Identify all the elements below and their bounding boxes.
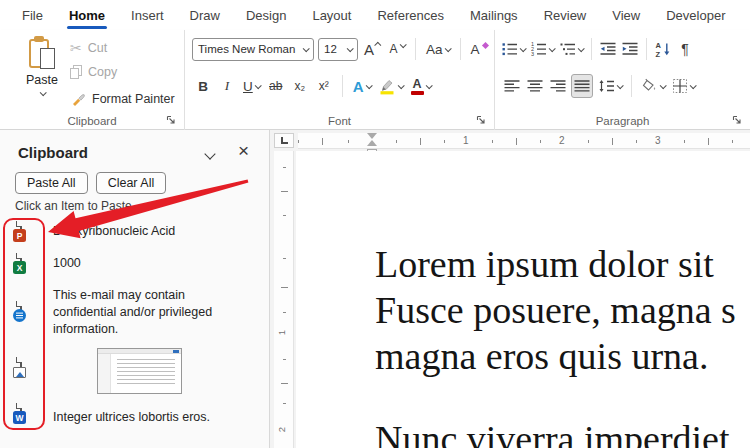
caret-down-icon bbox=[399, 41, 406, 48]
clipboard-image-thumbnail[interactable] bbox=[97, 348, 182, 394]
pane-close-icon[interactable]: × bbox=[238, 140, 249, 162]
document-area: 1 2 3 1 2 Lorem ipsum dolor sit Fusce po… bbox=[270, 130, 750, 448]
subscript-button[interactable]: x₂ bbox=[290, 74, 310, 98]
chevron-down-icon bbox=[660, 82, 667, 89]
format-painter-button[interactable]: Format Painter bbox=[70, 91, 175, 107]
paragraph-dialog-launcher-icon[interactable] bbox=[732, 115, 742, 125]
cut-button[interactable]: ✂ Cut bbox=[70, 41, 107, 55]
chevron-down-icon bbox=[578, 45, 585, 52]
align-right-icon bbox=[550, 78, 566, 94]
hanging-indent-marker[interactable] bbox=[367, 140, 377, 146]
italic-button[interactable]: I bbox=[217, 74, 237, 98]
multilevel-list-icon bbox=[560, 41, 576, 57]
clipboard-item-text: Integer ultrices lobortis eros. bbox=[53, 409, 249, 426]
tab-design[interactable]: Design bbox=[246, 8, 286, 23]
tab-view[interactable]: View bbox=[612, 8, 640, 23]
clear-all-button[interactable]: Clear All bbox=[96, 172, 167, 194]
bullet-list-icon bbox=[502, 41, 518, 57]
strikethrough-button[interactable]: ab bbox=[266, 74, 286, 98]
tab-references[interactable]: References bbox=[377, 8, 443, 23]
line-spacing-button[interactable] bbox=[596, 74, 624, 98]
chevron-down-icon bbox=[397, 82, 404, 89]
clipboard-dialog-launcher-icon[interactable] bbox=[166, 115, 176, 125]
font-group: Times New Roman 12 A A Aa A bbox=[185, 30, 495, 130]
numbered-list-icon: 123 bbox=[531, 41, 547, 57]
align-left-button[interactable] bbox=[502, 74, 522, 98]
numbering-button[interactable]: 123 bbox=[529, 37, 556, 61]
copy-button[interactable]: Copy bbox=[70, 65, 117, 79]
borders-icon bbox=[672, 78, 688, 94]
clear-formatting-button[interactable]: A bbox=[469, 37, 490, 61]
paste-all-button[interactable]: Paste All bbox=[15, 172, 88, 194]
shrink-font-button[interactable]: A bbox=[387, 37, 407, 61]
tab-layout[interactable]: Layout bbox=[312, 8, 351, 23]
tab-mailings[interactable]: Mailings bbox=[470, 8, 518, 23]
font-name-combo[interactable]: Times New Roman bbox=[192, 38, 314, 61]
horizontal-ruler[interactable]: 1 2 3 bbox=[298, 133, 750, 149]
justify-icon bbox=[574, 78, 590, 94]
chevron-down-icon bbox=[254, 82, 261, 89]
eraser-icon bbox=[482, 41, 489, 48]
font-color-icon: A bbox=[411, 78, 424, 95]
shading-button[interactable] bbox=[639, 74, 667, 98]
paste-dropdown-chevron-icon[interactable] bbox=[39, 89, 46, 96]
clipboard-group-label: Clipboard bbox=[0, 115, 184, 127]
decrease-indent-button[interactable] bbox=[598, 37, 618, 61]
svg-text:3: 3 bbox=[531, 51, 534, 57]
pilcrow-icon: ¶ bbox=[681, 41, 689, 57]
text-highlight-button[interactable] bbox=[377, 74, 405, 98]
chevron-down-icon bbox=[690, 82, 697, 89]
annotation-rectangle bbox=[3, 218, 45, 430]
clipboard-group: Paste ✂ Cut Copy Format Painter Clipboar… bbox=[0, 30, 185, 130]
multilevel-list-button[interactable] bbox=[558, 37, 585, 61]
borders-button[interactable] bbox=[670, 74, 697, 98]
sort-button[interactable]: A Z bbox=[653, 37, 673, 61]
document-line: Nunc viverra imperdiet bbox=[375, 416, 736, 448]
pane-title: Clipboard bbox=[18, 144, 88, 161]
tab-review[interactable]: Review bbox=[544, 8, 587, 23]
underline-button[interactable]: U bbox=[241, 74, 262, 98]
justify-button[interactable] bbox=[571, 74, 593, 98]
align-center-button[interactable] bbox=[525, 74, 545, 98]
tab-developer[interactable]: Developer bbox=[666, 8, 725, 23]
font-dialog-launcher-icon[interactable] bbox=[476, 115, 486, 125]
grow-font-button[interactable]: A bbox=[362, 37, 383, 61]
bold-button[interactable]: B bbox=[193, 74, 213, 98]
left-tab-icon bbox=[281, 137, 288, 144]
document-page[interactable]: Lorem ipsum dolor sit Fusce posuere, mag… bbox=[296, 151, 750, 448]
line-spacing-icon bbox=[598, 78, 615, 94]
align-center-icon bbox=[527, 78, 543, 94]
superscript-button[interactable]: x² bbox=[314, 74, 334, 98]
chevron-down-icon bbox=[365, 82, 372, 89]
text-effects-button[interactable]: A bbox=[351, 74, 373, 98]
bullets-button[interactable] bbox=[500, 37, 527, 61]
font-size-combo[interactable]: 12 bbox=[318, 38, 358, 61]
paragraph-group: 123 bbox=[495, 30, 750, 130]
vertical-ruler[interactable]: 1 2 bbox=[274, 151, 294, 448]
decrease-indent-icon bbox=[600, 41, 616, 57]
copy-icon bbox=[70, 65, 82, 79]
show-hide-paragraph-button[interactable]: ¶ bbox=[675, 37, 695, 61]
tab-file[interactable]: File bbox=[22, 8, 43, 23]
paint-bucket-icon bbox=[641, 78, 658, 94]
tab-draw[interactable]: Draw bbox=[190, 8, 220, 23]
chevron-down-icon bbox=[549, 45, 556, 52]
increase-indent-button[interactable] bbox=[620, 37, 640, 61]
font-color-button[interactable]: A bbox=[409, 74, 433, 98]
ribbon: Paste ✂ Cut Copy Format Painter Clipboar… bbox=[0, 30, 750, 130]
pane-chevron-down-icon[interactable] bbox=[204, 148, 215, 159]
increase-indent-icon bbox=[622, 41, 638, 57]
chevron-down-icon bbox=[617, 82, 624, 89]
highlighter-icon bbox=[379, 78, 396, 95]
first-line-indent-marker[interactable] bbox=[367, 133, 377, 139]
ruler-number: 2 bbox=[276, 427, 287, 432]
tab-home[interactable]: Home bbox=[69, 8, 105, 23]
change-case-button[interactable]: Aa bbox=[424, 37, 452, 61]
tab-selector[interactable] bbox=[274, 133, 294, 148]
sort-az-icon: A Z bbox=[655, 41, 671, 57]
document-line: magna eros quis urna. bbox=[375, 333, 736, 379]
align-right-button[interactable] bbox=[548, 74, 568, 98]
paste-button[interactable]: Paste bbox=[16, 36, 68, 124]
document-line: Lorem ipsum dolor sit bbox=[375, 241, 736, 287]
tab-insert[interactable]: Insert bbox=[131, 8, 164, 23]
